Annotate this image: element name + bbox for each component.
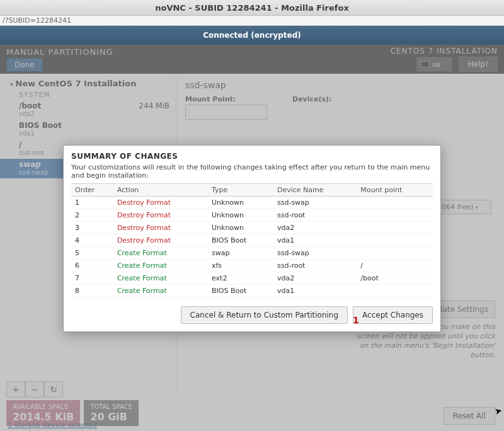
cell-type: BIOS Boot: [208, 285, 273, 297]
cell-device: vda2: [273, 222, 357, 234]
cell-device: ssd-swap: [273, 197, 357, 209]
col-type: Type: [208, 184, 273, 197]
cell-action: Create Format: [113, 247, 208, 260]
changes-table: Order Action Type Device Name Mount poin…: [71, 183, 433, 297]
cell-order: 4: [71, 234, 113, 247]
url-bar[interactable]: /?SUBID=12284241: [0, 16, 504, 26]
cell-mount: [357, 247, 433, 260]
cell-device: vda1: [273, 234, 357, 247]
cell-type: Unknown: [208, 209, 273, 222]
table-row[interactable]: 1Destroy FormatUnknownssd-swap: [71, 197, 433, 209]
cell-mount: [357, 209, 433, 222]
cell-mount: [357, 285, 433, 297]
table-row[interactable]: 4Destroy FormatBIOS Bootvda1: [71, 234, 433, 247]
cell-action: Create Format: [113, 272, 208, 285]
table-row[interactable]: 6Create Formatxfsssd-root/: [71, 260, 433, 272]
cell-device: ssd-root: [273, 209, 357, 222]
table-row[interactable]: 7Create Formatext2vda2/boot: [71, 272, 433, 285]
cell-type: BIOS Boot: [208, 234, 273, 247]
cell-order: 5: [71, 247, 113, 260]
window-title: noVNC - SUBID 12284241 - Mozilla Firefox: [0, 0, 504, 16]
cell-order: 2: [71, 209, 113, 222]
table-row[interactable]: 2Destroy FormatUnknownssd-root: [71, 209, 433, 222]
cell-order: 1: [71, 197, 113, 209]
cell-device: vda1: [273, 285, 357, 297]
cell-mount: [357, 234, 433, 247]
cell-type: swap: [208, 247, 273, 260]
cell-mount: /: [357, 260, 433, 272]
cell-order: 3: [71, 222, 113, 234]
accept-changes-button[interactable]: Accept Changes: [353, 306, 433, 324]
cell-order: 7: [71, 272, 113, 285]
cell-device: ssd-swap: [273, 247, 357, 260]
cell-mount: /boot: [357, 272, 433, 285]
cell-action: Destroy Format: [113, 209, 208, 222]
cell-action: Destroy Format: [113, 234, 208, 247]
cell-type: Unknown: [208, 197, 273, 209]
novnc-status-banner: Connected (encrypted): [0, 26, 504, 45]
cell-device: ssd-root: [273, 260, 357, 272]
table-row[interactable]: 3Destroy FormatUnknownvda2: [71, 222, 433, 234]
cell-mount: [357, 197, 433, 209]
cell-action: Destroy Format: [113, 222, 208, 234]
cell-type: Unknown: [208, 222, 273, 234]
cell-type: ext2: [208, 272, 273, 285]
col-mount: Mount point: [357, 184, 433, 197]
cell-action: Create Format: [113, 260, 208, 272]
col-action: Action: [113, 184, 208, 197]
col-order: Order: [71, 184, 113, 197]
summary-of-changes-dialog: SUMMARY OF CHANGES Your customizations w…: [63, 145, 441, 332]
dialog-description: Your customizations will result in the f…: [71, 163, 433, 180]
cell-order: 6: [71, 260, 113, 272]
dialog-title: SUMMARY OF CHANGES: [71, 152, 433, 161]
cell-device: vda2: [273, 272, 357, 285]
cell-mount: [357, 222, 433, 234]
cell-type: xfs: [208, 260, 273, 272]
table-row[interactable]: 8Create FormatBIOS Bootvda1: [71, 285, 433, 297]
cell-action: Destroy Format: [113, 197, 208, 209]
annotation-marker-1: 1: [353, 315, 359, 325]
col-device: Device Name: [273, 184, 357, 197]
table-row[interactable]: 5Create Formatswapssd-swap: [71, 247, 433, 260]
cell-action: Create Format: [113, 285, 208, 297]
cancel-return-button[interactable]: Cancel & Return to Custom Partitioning: [181, 306, 348, 324]
cell-order: 8: [71, 285, 113, 297]
